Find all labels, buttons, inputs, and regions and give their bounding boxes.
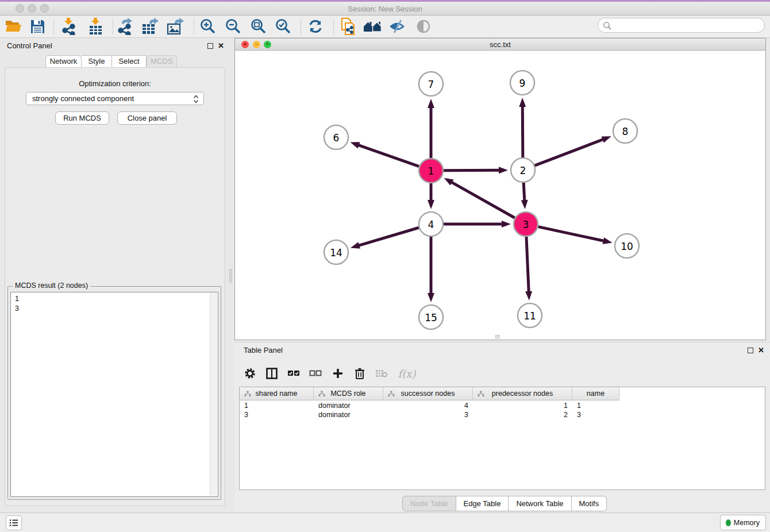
optimization-criterion-select[interactable]: strongly connected component	[26, 92, 204, 105]
select-all-button[interactable]	[284, 364, 303, 383]
table-settings-button[interactable]	[240, 364, 260, 383]
zoom-in-button[interactable]	[198, 17, 218, 36]
control-panel-tab-select[interactable]: Select	[112, 55, 147, 68]
network-window-titlebar[interactable]: × − + scc.txt	[235, 38, 765, 51]
export-image-button[interactable]	[165, 17, 186, 36]
table-panel-close-button[interactable]: ✕	[758, 347, 764, 353]
mcds-result-items: 1 3	[15, 294, 19, 314]
column-header-name[interactable]: name	[572, 387, 619, 400]
apply-function-button[interactable]: f(x)	[394, 364, 419, 383]
edge-3-1[interactable]	[451, 182, 515, 218]
column-header-MCDS-role[interactable]: MCDS role	[314, 387, 383, 400]
arrowhead-3-1	[444, 178, 454, 186]
search-input[interactable]	[598, 18, 765, 33]
cell[interactable]: 4	[383, 401, 473, 410]
control-panel-tab-network[interactable]: Network	[45, 55, 82, 68]
table-tab-edge-table[interactable]: Edge Table	[456, 496, 509, 511]
panel-splitter-handle[interactable]	[229, 269, 232, 283]
delete-row-button[interactable]	[350, 364, 369, 383]
edge-1-2[interactable]	[444, 170, 500, 171]
import-network-button[interactable]	[59, 17, 79, 36]
arrowhead-3-10	[603, 237, 613, 244]
search-icon	[603, 21, 612, 30]
refresh-button[interactable]	[305, 17, 326, 36]
delete-column-button[interactable]	[372, 364, 391, 383]
node-label-10: 10	[621, 241, 633, 252]
cell[interactable]: dominator	[314, 401, 383, 410]
show-columns-button[interactable]	[262, 364, 282, 383]
table-tab-node-table[interactable]: Node Table	[402, 496, 456, 511]
fx-icon: f(x)	[398, 368, 416, 380]
table-tab-motifs[interactable]: Motifs	[572, 496, 607, 511]
result-scrollbar[interactable]	[210, 293, 217, 496]
task-history-button[interactable]	[6, 515, 22, 530]
cell[interactable]: 1	[240, 401, 314, 410]
memory-button[interactable]: Memory	[720, 515, 766, 530]
show-graphics-button[interactable]	[413, 17, 434, 36]
arrowhead-4-15	[428, 293, 434, 302]
columns-icon	[266, 368, 278, 379]
cell[interactable]: 1	[572, 401, 619, 410]
node-label-8: 8	[622, 126, 629, 137]
table-panel-float-button[interactable]	[748, 348, 753, 353]
cell[interactable]: 3	[383, 410, 473, 419]
save-session-button[interactable]	[27, 17, 48, 36]
zoom-in-icon	[200, 18, 216, 34]
arrowhead-2-8	[602, 136, 611, 142]
edge-1-6[interactable]	[357, 145, 419, 167]
arrowhead-1-2	[499, 167, 508, 174]
cell[interactable]: 2	[473, 410, 572, 419]
edge-3-10[interactable]	[538, 227, 605, 241]
mcds-result-list[interactable]: 1 3	[10, 292, 218, 497]
column-header-successor-nodes[interactable]: successor nodes	[383, 387, 473, 400]
export-table-button[interactable]	[140, 17, 161, 36]
control-panel-close-button[interactable]: ✕	[218, 43, 224, 49]
table-row-1[interactable]: 1dominator411	[240, 401, 766, 410]
control-panel-tab-style[interactable]: Style	[82, 55, 112, 68]
edge-2-9[interactable]	[522, 105, 523, 157]
network-canvas[interactable]: 1234678910111415	[235, 51, 765, 340]
eye-slash-icon	[389, 19, 406, 34]
table-row-2[interactable]: 3dominator323	[240, 410, 766, 419]
open-session-button[interactable]	[3, 17, 24, 36]
mcds-panel: Optimization criterion: strongly connect…	[5, 67, 225, 506]
table-panel: Table Panel ✕	[234, 342, 770, 511]
close-panel-button[interactable]: Close panel	[117, 111, 177, 125]
arrowhead-4-3	[502, 221, 511, 228]
export-network-button[interactable]	[116, 17, 136, 36]
edge-2-3[interactable]	[523, 183, 525, 202]
canvas-splitter-handle[interactable]	[495, 335, 500, 338]
cell[interactable]: 3	[572, 410, 619, 419]
deselect-all-button[interactable]	[306, 364, 325, 383]
edge-2-8[interactable]	[535, 139, 605, 165]
zoom-selected-button[interactable]	[273, 17, 294, 36]
cell[interactable]: 3	[240, 410, 314, 419]
run-mcds-button[interactable]: Run MCDS	[55, 111, 109, 125]
node-label-9: 9	[519, 78, 526, 89]
column-header-predecessor-nodes[interactable]: predecessor nodes	[473, 387, 572, 400]
control-panel-tab-mcds[interactable]: MCDS	[147, 55, 177, 68]
window-titlebar[interactable]: Session: New Session	[0, 2, 770, 16]
hide-graphics-button[interactable]	[387, 17, 408, 36]
import-table-icon	[88, 18, 103, 35]
deselect-all-icon	[309, 369, 322, 377]
copy-style-button[interactable]	[338, 17, 359, 36]
edge-4-14[interactable]	[357, 228, 419, 246]
import-table-button[interactable]	[85, 17, 106, 36]
add-column-button[interactable]	[328, 364, 348, 383]
cell[interactable]: dominator	[314, 410, 383, 419]
arrowhead-2-3	[521, 200, 528, 209]
edge-3-11[interactable]	[526, 237, 529, 293]
home-button[interactable]	[363, 17, 383, 36]
memory-status-dot	[726, 519, 731, 526]
table-tab-network-table[interactable]: Network Table	[509, 496, 571, 511]
control-panel-title: Control Panel	[7, 41, 52, 50]
zoom-out-button[interactable]	[223, 17, 244, 36]
zoom-fit-button[interactable]	[248, 17, 269, 36]
column-header-shared-name[interactable]: shared name	[240, 387, 314, 400]
cell[interactable]: 1	[473, 401, 572, 410]
arrowhead-2-9	[519, 98, 526, 107]
control-panel-float-button[interactable]	[207, 43, 213, 49]
export-table-icon	[141, 18, 160, 35]
plus-icon	[333, 368, 343, 379]
